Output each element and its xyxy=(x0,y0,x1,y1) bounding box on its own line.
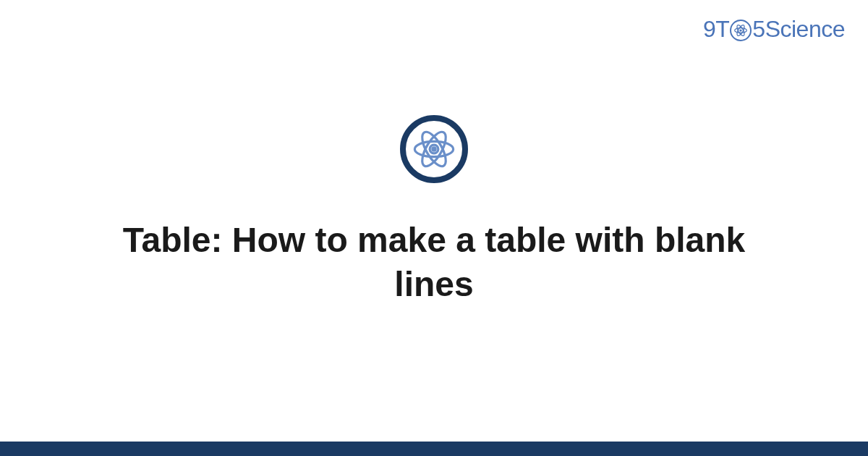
page-title: Table: How to make a table with blank li… xyxy=(101,218,767,307)
hero-atom-icon xyxy=(400,115,468,183)
footer-bar xyxy=(0,442,868,456)
main-content: Table: How to make a table with blank li… xyxy=(0,0,868,442)
svg-point-8 xyxy=(433,147,435,150)
